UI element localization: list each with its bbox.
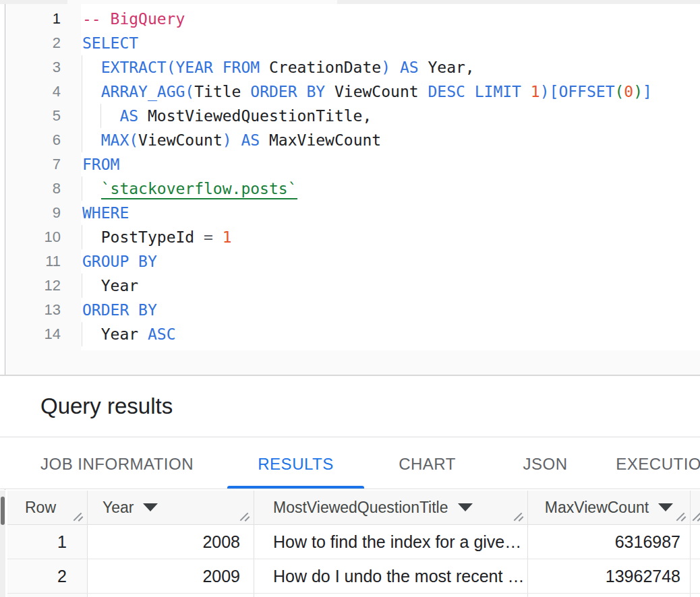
indent-guide (82, 80, 82, 104)
tab-label: JOB INFORMATION (40, 455, 194, 474)
code-token (138, 325, 148, 343)
query-results-header: Query results (0, 376, 700, 437)
code-line[interactable]: 1-- BigQuery (0, 7, 700, 31)
indent-guide (100, 104, 101, 128)
results-vertical-scrollbar[interactable] (0, 491, 5, 597)
code-token: ) (223, 131, 232, 149)
code-text: WHERE (82, 201, 129, 225)
code-line[interactable]: 4 ARRAY_AGG(Title ORDER BY ViewCount DES… (0, 80, 700, 104)
code-line[interactable]: 13ORDER BY (0, 298, 700, 322)
code-line[interactable]: 14 Year ASC (0, 322, 700, 346)
table-row: 12008How to find the index for a give…63… (7, 525, 700, 559)
code-area[interactable]: 1-- BigQuery2SELECT3 EXTRACT(YEAR FROM C… (0, 7, 700, 346)
table-reference-link[interactable]: `stackoverflow.posts` (101, 180, 297, 199)
column-resize-handle-icon[interactable] (72, 511, 84, 522)
column-header-label: Year (103, 499, 134, 517)
column-dropdown-arrow-icon[interactable] (658, 503, 673, 511)
table-cell: 1 (7, 525, 88, 559)
code-line[interactable]: 10 PostTypeId = 1 (0, 225, 700, 249)
code-token (213, 59, 223, 76)
tab-chart[interactable]: CHART (364, 437, 490, 489)
table-cell: How to find the index for a give… (254, 525, 528, 559)
code-token (82, 228, 101, 246)
code-token: 0 (624, 83, 633, 100)
code-line[interactable]: 9WHERE (0, 201, 700, 225)
code-line[interactable]: 6 MAX(ViewCount) AS MaxViewCount (0, 128, 700, 152)
code-text: ORDER BY (82, 298, 157, 322)
code-token: GROUP (82, 253, 129, 270)
code-token: MostViewedQuestionTitle, (148, 107, 372, 125)
code-line[interactable]: 5 AS MostViewedQuestionTitle, (0, 104, 700, 128)
column-resize-handle-icon[interactable] (691, 511, 700, 522)
column-header-stub (691, 491, 700, 524)
column-dropdown-arrow-icon[interactable] (458, 503, 473, 511)
code-line[interactable]: 7FROM (0, 152, 700, 177)
code-token: 1 (223, 228, 232, 246)
code-line[interactable]: 2SELECT (0, 31, 700, 55)
code-token: Year (101, 277, 138, 294)
table-cell (254, 594, 528, 597)
code-token: FROM (223, 59, 260, 76)
code-text: Year ASC (82, 322, 176, 346)
line-number: 11 (0, 249, 61, 274)
scrollbar-thumb[interactable] (1, 497, 5, 525)
indent-guide (82, 104, 82, 128)
code-token: AS (119, 107, 138, 125)
column-resize-handle-icon[interactable] (675, 511, 687, 522)
code-token: ) (381, 59, 390, 76)
table-cell (528, 594, 691, 597)
code-token: MAX (101, 131, 129, 149)
code-line[interactable]: 8 `stackoverflow.posts` (0, 177, 700, 201)
line-number: 7 (0, 152, 61, 177)
line-number: 6 (0, 128, 61, 152)
code-token: FROM (82, 156, 119, 173)
code-token: ) (633, 83, 643, 100)
code-token (129, 301, 138, 319)
column-header-maxviewcount[interactable]: MaxViewCount (528, 491, 691, 524)
code-token (241, 83, 250, 100)
code-token: [ (550, 83, 559, 100)
code-token: AS (241, 131, 260, 149)
column-dropdown-arrow-icon[interactable] (143, 503, 158, 511)
code-token (129, 253, 138, 270)
code-text: AS MostViewedQuestionTitle, (82, 104, 372, 128)
indent-guide (82, 225, 82, 249)
table-cell (691, 559, 700, 593)
column-resize-handle-icon[interactable] (239, 511, 250, 522)
table-cell (691, 594, 700, 597)
code-token (138, 107, 148, 125)
table-cell: 2 (7, 559, 88, 593)
tab-json[interactable]: JSON (490, 437, 600, 489)
code-line[interactable]: 3 EXTRACT(YEAR FROM CreationDate) AS Yea… (0, 55, 700, 80)
column-header-year[interactable]: Year (88, 491, 254, 524)
active-tab-underline (227, 486, 364, 489)
code-token (82, 83, 101, 100)
line-number: 1 (0, 7, 61, 31)
code-token (297, 83, 307, 100)
code-token: AS (400, 59, 419, 76)
line-number: 14 (0, 322, 61, 346)
column-resize-handle-icon[interactable] (513, 511, 524, 522)
code-token: YEAR (176, 59, 213, 76)
table-header-row: RowYearMostViewedQuestionTitleMaxViewCou… (7, 491, 700, 525)
tab-results[interactable]: RESULTS (227, 437, 364, 489)
code-token (232, 131, 241, 149)
table-cell (691, 525, 700, 559)
code-text: `stackoverflow.posts` (82, 177, 297, 201)
code-line[interactable]: 11GROUP BY (0, 249, 700, 274)
code-token: ( (167, 59, 176, 76)
code-token: BY (138, 301, 157, 319)
code-line[interactable]: 12 Year (0, 274, 700, 298)
code-token: Title (194, 83, 241, 100)
column-header-row[interactable]: Row (7, 491, 88, 524)
column-header-mostviewedquestiontitle[interactable]: MostViewedQuestionTitle (254, 491, 528, 524)
tab-execution-details[interactable]: EXECUTION DETAILS (600, 437, 700, 489)
code-token (419, 59, 428, 76)
code-text: MAX(ViewCount) AS MaxViewCount (82, 128, 381, 152)
tab-job-information[interactable]: JOB INFORMATION (7, 437, 227, 489)
code-token (82, 325, 101, 343)
sql-editor[interactable]: 1-- BigQuery2SELECT3 EXTRACT(YEAR FROM C… (0, 4, 700, 375)
line-number: 13 (0, 298, 61, 322)
query-results-title: Query results (40, 394, 173, 419)
tab-label: RESULTS (258, 455, 333, 474)
